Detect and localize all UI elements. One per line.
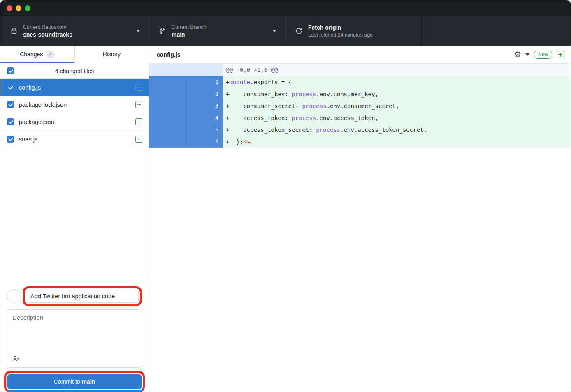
annotation-highlight: Commit to main bbox=[4, 371, 145, 392]
fetch-label: Fetch origin bbox=[308, 24, 373, 31]
diff-gutter-old[interactable] bbox=[149, 88, 186, 100]
tab-changes[interactable]: Changes 4 bbox=[0, 46, 74, 63]
chevron-down-icon bbox=[136, 30, 140, 32]
file-checkbox[interactable] bbox=[7, 84, 14, 91]
file-name: snes.js bbox=[19, 136, 130, 143]
diff-code-line: + consumer_secret: process.env.consumer_… bbox=[223, 100, 571, 112]
hunk-header-row: @@ -0,0 +1,6 @@ bbox=[149, 64, 571, 76]
add-coauthor-icon[interactable] bbox=[12, 355, 20, 364]
diff-gutter-new[interactable]: 1 bbox=[186, 76, 223, 88]
current-branch-dropdown[interactable]: Current Branch main bbox=[149, 16, 285, 46]
diff-gutter-old[interactable] bbox=[149, 136, 186, 148]
chevron-down-icon[interactable] bbox=[525, 53, 529, 56]
gear-icon[interactable]: ⚙ bbox=[514, 51, 521, 58]
status-added-icon bbox=[135, 84, 142, 91]
file-row-package-lock-json[interactable]: package-lock.json bbox=[0, 96, 149, 113]
diff-gutter-new[interactable]: 6 bbox=[186, 136, 223, 148]
changes-count-badge: 4 bbox=[46, 50, 55, 59]
status-added-icon bbox=[135, 118, 142, 125]
commit-description-input[interactable] bbox=[7, 310, 142, 367]
toolbar: Current Repository snes-soundtracks Curr… bbox=[0, 16, 571, 46]
tab-history[interactable]: History bbox=[74, 46, 149, 63]
tab-changes-label: Changes bbox=[20, 51, 43, 58]
hunk-gutter bbox=[149, 64, 223, 76]
repository-label: Current Repository bbox=[23, 24, 72, 30]
branch-name: main bbox=[172, 31, 207, 38]
diff-code-line: + };⊘↵ bbox=[223, 136, 571, 148]
no-newline-icon: ⊘↵ bbox=[244, 138, 252, 145]
chevron-down-icon bbox=[272, 30, 276, 32]
file-row-config-js[interactable]: config.js bbox=[0, 79, 149, 96]
diff-gutter-new[interactable]: 3 bbox=[186, 100, 223, 112]
diff-line-2[interactable]: 2 + consumer_key: process.env.consumer_k… bbox=[149, 88, 571, 100]
file-name: package-lock.json bbox=[19, 101, 130, 108]
diff-panel: config.js ⚙ New @@ -0,0 +1,6 @@ 1 +modul… bbox=[149, 46, 571, 392]
diff-code-line: + access_token: process.env.access_token… bbox=[223, 112, 571, 124]
status-added-icon bbox=[135, 101, 142, 108]
diff-code-line: + access_token_secret: process.env.acces… bbox=[223, 124, 571, 136]
diff-line-4[interactable]: 4 + access_token: process.env.access_tok… bbox=[149, 112, 571, 124]
fetch-origin-button[interactable]: Fetch origin Last fetched 24 minutes ago bbox=[285, 16, 422, 46]
diff-view: @@ -0,0 +1,6 @@ 1 +module.exports = { 2 … bbox=[149, 64, 571, 392]
minimize-button[interactable] bbox=[16, 5, 21, 11]
add-square-icon[interactable] bbox=[557, 51, 564, 58]
file-checkbox[interactable] bbox=[7, 101, 14, 108]
diff-file-title: config.js bbox=[157, 51, 181, 58]
file-checkbox[interactable] bbox=[7, 136, 14, 143]
hunk-header-text: @@ -0,0 +1,6 @@ bbox=[223, 64, 571, 76]
file-row-snes-js[interactable]: snes.js bbox=[0, 131, 149, 148]
diff-line-5[interactable]: 5 + access_token_secret: process.env.acc… bbox=[149, 124, 571, 136]
file-name: package.json bbox=[19, 119, 130, 125]
branch-icon bbox=[159, 27, 166, 35]
diff-gutter-old[interactable] bbox=[149, 124, 186, 136]
zoom-button[interactable] bbox=[25, 5, 30, 11]
changed-files-count: 4 changed files bbox=[0, 68, 149, 74]
diff-line-3[interactable]: 3 + consumer_secret: process.env.consume… bbox=[149, 100, 571, 112]
diff-code-line: + consumer_key: process.env.consumer_key… bbox=[223, 88, 571, 100]
avatar bbox=[7, 289, 21, 303]
commit-button[interactable]: Commit to main bbox=[7, 374, 142, 389]
close-button[interactable] bbox=[7, 5, 12, 11]
file-name: config.js bbox=[19, 84, 130, 91]
commit-summary-input[interactable] bbox=[26, 290, 139, 303]
diff-line-1[interactable]: 1 +module.exports = { bbox=[149, 76, 571, 88]
diff-gutter-new[interactable]: 5 bbox=[186, 124, 223, 136]
bottom-blue-strip bbox=[7, 390, 142, 392]
branch-label: Current Branch bbox=[172, 24, 207, 30]
diff-header: config.js ⚙ New bbox=[149, 46, 571, 64]
status-added-icon bbox=[135, 136, 142, 143]
changed-files-header: 4 changed files bbox=[0, 63, 149, 79]
sync-icon bbox=[295, 27, 303, 35]
diff-gutter-old[interactable] bbox=[149, 100, 186, 112]
diff-code-line: +module.exports = { bbox=[223, 76, 571, 88]
commit-description-box bbox=[7, 309, 142, 368]
diff-gutter-new[interactable]: 4 bbox=[186, 112, 223, 124]
fetch-status: Last fetched 24 minutes ago bbox=[308, 32, 373, 38]
sidebar-tabs: Changes 4 History bbox=[0, 46, 149, 63]
app-window: Current Repository snes-soundtracks Curr… bbox=[0, 0, 571, 392]
diff-gutter-new[interactable]: 2 bbox=[186, 88, 223, 100]
diff-line-6[interactable]: 6 + };⊘↵ bbox=[149, 136, 571, 148]
toolbar-spacer bbox=[422, 16, 571, 46]
file-checkbox[interactable] bbox=[7, 118, 14, 125]
file-row-package-json[interactable]: package.json bbox=[0, 113, 149, 131]
repo-lock-icon bbox=[10, 27, 18, 35]
titlebar[interactable] bbox=[0, 0, 571, 16]
sidebar: Changes 4 History 4 changed files config… bbox=[0, 46, 149, 392]
diff-gutter-old[interactable] bbox=[149, 76, 186, 88]
repository-name: snes-soundtracks bbox=[23, 31, 72, 38]
current-repository-dropdown[interactable]: Current Repository snes-soundtracks bbox=[0, 16, 149, 46]
diff-gutter-old[interactable] bbox=[149, 112, 186, 124]
annotation-highlight bbox=[23, 286, 142, 306]
new-badge[interactable]: New bbox=[534, 51, 552, 59]
tab-history-label: History bbox=[102, 51, 121, 58]
commit-area: Commit to main bbox=[0, 282, 149, 392]
